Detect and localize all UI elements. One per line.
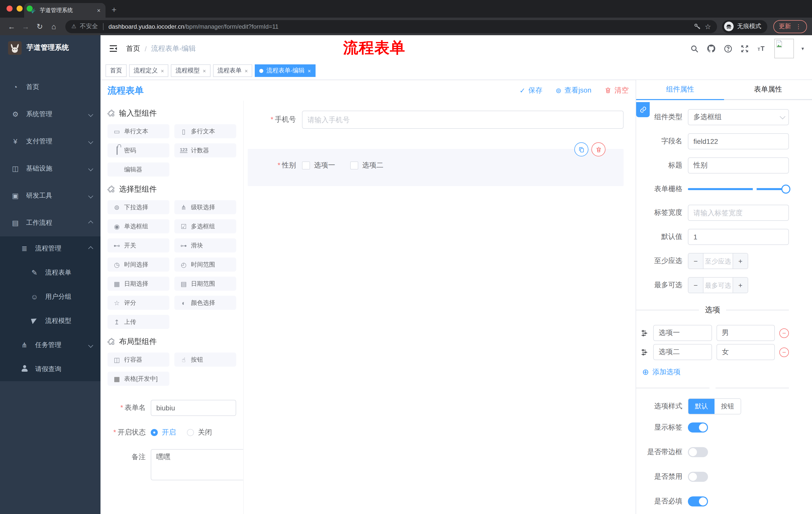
breadcrumb-home[interactable]: 首页 <box>126 44 140 53</box>
palette-item-button[interactable]: ☝按钮 <box>174 353 236 367</box>
sidebar-item-process-management[interactable]: ≣ 流程管理 <box>0 236 100 261</box>
sidebar-item-workflow[interactable]: ▤ 工作流程 <box>0 209 100 236</box>
password-key-icon[interactable] <box>694 23 701 30</box>
palette-item-slider[interactable]: ⊶滑块 <box>174 238 236 252</box>
tab-form-props[interactable]: 表单属性 <box>724 80 812 100</box>
avatar[interactable] <box>774 39 794 58</box>
sidebar-item-leave-query[interactable]: 请假查询 <box>0 357 100 381</box>
max-select-input[interactable] <box>703 278 733 293</box>
show-label-toggle[interactable] <box>688 423 708 433</box>
drag-handle-icon[interactable] <box>640 348 649 356</box>
palette-item-checkbox-group[interactable]: ☑多选框组 <box>174 219 236 233</box>
palette-item-time-range[interactable]: ◴时间范围 <box>174 258 236 272</box>
palette-item-table[interactable]: ▦表格[开发中] <box>108 372 169 386</box>
required-toggle[interactable] <box>688 496 708 507</box>
palette-item-color-picker[interactable]: ◐颜色选择 <box>174 296 236 310</box>
palette-item-password[interactable]: 密码 <box>108 143 169 157</box>
save-button[interactable]: ✓保存 <box>520 86 543 95</box>
canvas-field-phone[interactable]: 手机号 <box>248 111 624 129</box>
option-value-input[interactable] <box>716 344 775 360</box>
view-json-button[interactable]: ⊚查看json <box>555 86 591 95</box>
window-controls[interactable] <box>6 5 33 11</box>
option-name-input[interactable] <box>653 325 712 341</box>
decrease-icon[interactable]: − <box>688 278 703 293</box>
palette-item-cascader[interactable]: ⋔级联选择 <box>174 200 236 214</box>
github-icon[interactable] <box>706 44 716 53</box>
update-button[interactable]: 更新 ⋮ <box>773 20 807 33</box>
back-icon[interactable]: ← <box>5 22 18 31</box>
status-on-label[interactable]: 开启 <box>162 428 176 437</box>
checkbox-icon[interactable] <box>302 161 310 169</box>
menu-fold-icon[interactable] <box>109 44 118 53</box>
phone-field-input[interactable] <box>302 111 624 129</box>
reload-icon[interactable]: ↻ <box>33 22 46 31</box>
status-off-label[interactable]: 关闭 <box>198 428 212 437</box>
option-value-input[interactable] <box>716 325 775 341</box>
min-select-input[interactable] <box>703 253 733 269</box>
palette-item-time-picker[interactable]: ◷时间选择 <box>108 258 169 272</box>
remove-option-button[interactable]: − <box>779 328 789 338</box>
disabled-toggle[interactable] <box>688 472 708 482</box>
sidebar-item-process-model[interactable]: 流程模型 <box>0 309 100 333</box>
tag-process-form-edit[interactable]: 流程表单-编辑× <box>255 64 316 77</box>
with-border-toggle[interactable] <box>688 447 708 457</box>
minimize-window-button[interactable] <box>17 5 23 11</box>
label-width-input[interactable] <box>688 205 789 221</box>
tag-close-icon[interactable]: × <box>245 67 248 74</box>
gender-option-2[interactable]: 选项二 <box>350 161 383 170</box>
tab-close-icon[interactable]: × <box>97 7 100 14</box>
security-label[interactable]: 不安全 <box>80 22 98 31</box>
decrease-icon[interactable]: − <box>688 253 703 269</box>
browser-tab[interactable]: 芋道管理系统 × <box>24 3 106 18</box>
browser-menu-icon[interactable]: ⋮ <box>795 23 802 30</box>
form-name-input[interactable] <box>151 400 236 416</box>
tag-home[interactable]: 首页 <box>106 64 127 77</box>
palette-item-counter[interactable]: 123计数器 <box>174 143 236 157</box>
new-tab-button[interactable]: + <box>112 5 117 14</box>
sidebar-item-infrastructure[interactable]: ◫ 基础设施 <box>0 155 100 182</box>
sidebar-item-devtools[interactable]: ▣ 研发工具 <box>0 182 100 209</box>
palette-item-single-text[interactable]: ▭单行文本 <box>108 124 169 138</box>
max-select-stepper[interactable]: − + <box>688 277 748 293</box>
tag-close-icon[interactable]: × <box>203 67 206 74</box>
sidebar-item-user-group[interactable]: ☺ 用户分组 <box>0 285 100 309</box>
avatar-caret-icon[interactable]: ▾ <box>802 46 804 51</box>
title-input[interactable] <box>688 157 789 173</box>
font-size-icon[interactable]: TT <box>757 44 767 53</box>
sidebar-item-home[interactable]: ◔ 首页 <box>0 74 100 101</box>
delete-component-button[interactable] <box>591 142 606 156</box>
palette-item-row-container[interactable]: ◫行容器 <box>108 353 169 367</box>
palette-item-select[interactable]: ⊚下拉选择 <box>108 200 169 214</box>
sidebar-item-payment[interactable]: ¥ 支付管理 <box>0 128 100 155</box>
status-on-radio[interactable] <box>151 429 158 436</box>
palette-item-multi-text[interactable]: ▯多行文本 <box>174 124 236 138</box>
gender-option-1[interactable]: 选项一 <box>302 161 335 170</box>
palette-item-editor[interactable]: 编辑器 <box>108 162 169 177</box>
tag-process-definition[interactable]: 流程定义× <box>129 64 169 77</box>
status-off-radio[interactable] <box>187 429 194 436</box>
copy-component-button[interactable] <box>574 142 588 156</box>
add-option-button[interactable]: ⊕ 添加选项 <box>642 367 789 377</box>
palette-item-date-range[interactable]: ▤日期范围 <box>174 277 236 291</box>
palette-item-rate[interactable]: ☆评分 <box>108 296 169 310</box>
tag-process-form[interactable]: 流程表单× <box>213 64 253 77</box>
option-name-input[interactable] <box>653 344 712 360</box>
link-tab-button[interactable] <box>636 102 650 117</box>
palette-item-switch[interactable]: ⊷开关 <box>108 238 169 252</box>
fullscreen-icon[interactable] <box>740 44 749 53</box>
sidebar-item-system[interactable]: ⚙ 系统管理 <box>0 101 100 128</box>
increase-icon[interactable]: + <box>733 278 748 293</box>
checkbox-icon[interactable] <box>350 161 358 169</box>
zoom-window-button[interactable] <box>27 5 33 11</box>
style-default-button[interactable]: 默认 <box>688 399 715 414</box>
tag-process-model[interactable]: 流程模型× <box>171 64 210 77</box>
help-icon[interactable] <box>724 44 733 53</box>
field-name-input[interactable] <box>688 133 789 150</box>
sidebar-item-process-form[interactable]: ✎ 流程表单 <box>0 261 100 285</box>
search-icon[interactable] <box>690 44 699 53</box>
palette-item-date-picker[interactable]: ▦日期选择 <box>108 277 169 291</box>
forward-icon[interactable]: → <box>19 22 32 31</box>
increase-icon[interactable]: + <box>733 253 748 269</box>
sidebar-item-task-management[interactable]: ⋔ 任务管理 <box>0 333 100 357</box>
clear-button[interactable]: 清空 <box>605 86 629 95</box>
